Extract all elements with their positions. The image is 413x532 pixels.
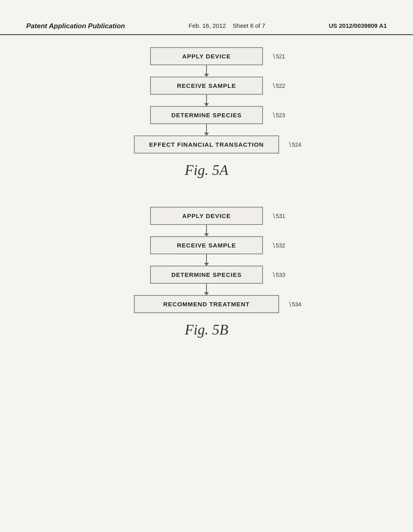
arrow-521-522	[206, 65, 207, 77]
flow-step-533: DETERMINE SPECIES 533	[150, 266, 263, 284]
flow-box-531: APPLY DEVICE	[150, 207, 263, 225]
flow-box-521: APPLY DEVICE	[150, 47, 263, 65]
flow-step-524: EFFECT FINANCIAL TRANSACTION 524	[134, 135, 279, 154]
flow-step-521: APPLY DEVICE 521	[150, 47, 263, 65]
flow-box-533: DETERMINE SPECIES	[150, 266, 263, 284]
header-date-sheet: Feb. 16, 2012 Sheet 6 of 7	[189, 22, 265, 29]
flow-step-531: APPLY DEVICE 531	[150, 207, 263, 225]
publication-title: Patent Application Publication	[26, 22, 125, 30]
flow-box-532: RECEIVE SAMPLE	[150, 236, 263, 254]
flow-step-522: RECEIVE SAMPLE 522	[150, 77, 263, 95]
flow-step-534: RECOMMEND TREATMENT 534	[134, 295, 279, 313]
arrow-531-532	[206, 225, 207, 236]
flow-label-524: 524	[289, 140, 301, 149]
fig5a-diagram: APPLY DEVICE 521 RECEIVE SAMPLE 522	[134, 47, 279, 154]
fig5b-diagram: APPLY DEVICE 531 RECEIVE SAMPLE 532	[134, 207, 279, 313]
flow-label-532: 532	[273, 241, 285, 249]
header: Patent Application Publication Feb. 16, …	[0, 0, 413, 35]
fig5a-label: Fig. 5A	[185, 162, 228, 179]
header-date: Feb. 16, 2012	[189, 22, 226, 29]
flow-label-534: 534	[289, 300, 301, 308]
patent-number: US 2012/0039809 A1	[329, 22, 387, 29]
arrow-533-534	[206, 284, 207, 295]
header-sheet: Sheet 6 of 7	[233, 22, 265, 29]
flow-box-522: RECEIVE SAMPLE	[150, 77, 263, 95]
flow-label-521: 521	[273, 52, 285, 60]
flow-step-532: RECEIVE SAMPLE 532	[150, 236, 263, 254]
flow-label-533: 533	[273, 270, 285, 279]
flow-label-531: 531	[273, 212, 285, 220]
flow-box-534: RECOMMEND TREATMENT	[134, 295, 279, 313]
arrow-523-524	[206, 124, 207, 135]
flow-box-523: DETERMINE SPECIES	[150, 106, 263, 124]
fig5b-section: APPLY DEVICE 531 RECEIVE SAMPLE 532	[32, 207, 381, 354]
flow-box-524: EFFECT FINANCIAL TRANSACTION	[134, 135, 279, 154]
fig5b-label: Fig. 5B	[185, 321, 228, 338]
page: Patent Application Publication Feb. 16, …	[0, 0, 413, 532]
arrow-522-523	[206, 95, 207, 106]
flow-label-523: 523	[273, 111, 285, 119]
flow-label-522: 522	[273, 81, 285, 90]
main-content: APPLY DEVICE 521 RECEIVE SAMPLE 522	[0, 35, 413, 378]
fig5a-section: APPLY DEVICE 521 RECEIVE SAMPLE 522	[32, 47, 381, 195]
arrow-532-533	[206, 254, 207, 266]
flow-step-523: DETERMINE SPECIES 523	[150, 106, 263, 124]
